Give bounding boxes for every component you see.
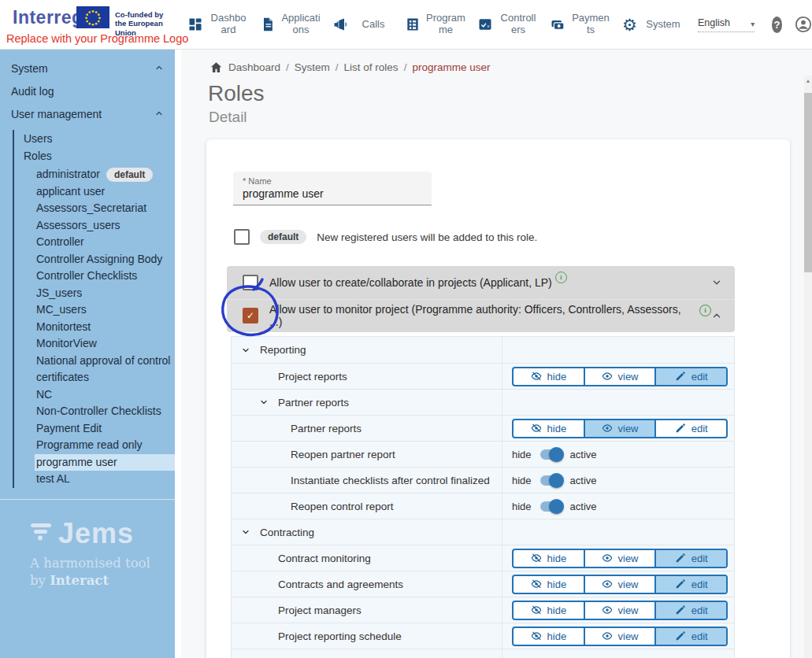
- active-toggle[interactable]: [540, 501, 562, 512]
- permission-label: Contracts and agreements: [278, 579, 403, 590]
- sidebar-item-audit-log[interactable]: Audit log: [0, 75, 175, 98]
- scroll-up-arrow[interactable]: ▲: [804, 76, 812, 87]
- breadcrumb-dashboard[interactable]: Dashboard: [228, 61, 280, 73]
- vertical-scrollbar[interactable]: ▲: [804, 76, 812, 658]
- permission-control-cell: hide active: [502, 442, 734, 467]
- permission-group-row[interactable]: Contracting: [232, 519, 734, 545]
- nav-system[interactable]: ⚙ System: [616, 13, 688, 36]
- edit-button[interactable]: edit: [654, 368, 726, 385]
- view-label: view: [618, 604, 639, 616]
- permission-row: Reopen partner report hide active: [232, 441, 734, 467]
- monitor-project-checkbox[interactable]: ✓: [243, 308, 258, 323]
- active-toggle[interactable]: [540, 475, 562, 486]
- sidebar-role-item[interactable]: Controller: [35, 234, 175, 251]
- view-label: view: [618, 579, 639, 590]
- sidebar-role-item[interactable]: Assessors_users: [35, 217, 175, 235]
- hide-button[interactable]: hide: [514, 420, 584, 437]
- account-button[interactable]: [795, 16, 812, 33]
- edit-label: edit: [691, 423, 708, 434]
- toggle-on-label: active: [570, 449, 597, 460]
- help-button[interactable]: ?: [772, 17, 782, 33]
- edit-label: edit: [691, 371, 708, 383]
- sidebar-role-item[interactable]: Controller Checklists: [35, 268, 175, 285]
- sidebar-role-item[interactable]: Programme read only: [35, 437, 175, 454]
- nav-controllers[interactable]: x Controllers: [471, 9, 543, 39]
- breadcrumb-list-of-roles[interactable]: List of roles: [344, 61, 399, 73]
- view-button[interactable]: view: [584, 628, 655, 645]
- role-label: Non-Controller Checklists: [36, 405, 161, 417]
- pencil-icon: [675, 553, 686, 564]
- user-icon: [795, 16, 812, 33]
- view-button[interactable]: view: [584, 420, 655, 437]
- toggle-thumb: [549, 447, 564, 462]
- nav-payments[interactable]: Payments: [543, 9, 616, 39]
- permission-group-row[interactable]: Partner reports: [232, 389, 734, 415]
- nav-applications[interactable]: Applications: [254, 9, 326, 39]
- sidebar-role-item[interactable]: MC_users: [35, 301, 175, 319]
- edit-button[interactable]: edit: [654, 602, 726, 619]
- sidebar-role-item[interactable]: National approval of control certificate…: [35, 353, 175, 386]
- panel-monitor-project[interactable]: ✓ Allow user to monitor project (Program…: [227, 299, 735, 332]
- role-label: Assessors_Secretariat: [36, 201, 146, 214]
- edit-button[interactable]: edit: [654, 628, 726, 645]
- sidebar-item-user-management[interactable]: User management: [0, 98, 175, 120]
- permission-control-cell: hide view edit: [502, 571, 734, 597]
- language-select[interactable]: English ▾: [698, 17, 755, 32]
- sidebar-role-item[interactable]: applicant user: [35, 183, 175, 201]
- breadcrumb-system[interactable]: System: [295, 61, 330, 73]
- name-input[interactable]: [243, 186, 422, 200]
- edit-button[interactable]: edit: [654, 550, 726, 567]
- sidebar-role-item[interactable]: MonitorView: [35, 335, 175, 353]
- view-button[interactable]: view: [584, 550, 655, 567]
- programme-icon: [404, 17, 421, 33]
- sidebar-role-item[interactable]: Assessors_Secretariat: [35, 200, 175, 217]
- sidebar-role-item[interactable]: JS_users: [35, 285, 175, 302]
- permission-group-row[interactable]: Reporting: [232, 337, 734, 363]
- permission-row: Contracts and agreements hide view edit: [232, 571, 734, 597]
- hide-button[interactable]: hide: [514, 602, 584, 619]
- permission-label: Contract monitoring: [278, 553, 371, 564]
- hide-button[interactable]: hide: [514, 368, 584, 385]
- edit-label: edit: [691, 630, 708, 642]
- edit-button[interactable]: edit: [654, 576, 726, 593]
- sidebar-item-users[interactable]: Users: [24, 130, 175, 147]
- applications-icon: [259, 17, 276, 33]
- view-button[interactable]: view: [584, 368, 655, 385]
- sidebar-role-item[interactable]: NC: [35, 386, 175, 404]
- name-field[interactable]: * Name: [233, 172, 432, 205]
- sidebar-role-item[interactable]: Non-Controller Checklists: [35, 403, 175, 420]
- hide-button[interactable]: hide: [514, 628, 584, 645]
- permission-label-cell: Contract monitoring: [232, 545, 502, 571]
- edit-button[interactable]: edit: [654, 420, 726, 437]
- role-label: MC_users: [36, 303, 87, 316]
- panel-create-collaborate[interactable]: Allow user to create/collaborate in proj…: [227, 266, 735, 299]
- permission-row: Reopen control report hide active: [232, 493, 734, 519]
- role-label: applicant user: [36, 185, 105, 198]
- view-button[interactable]: view: [584, 576, 655, 593]
- nav-calls[interactable]: Calls: [326, 13, 399, 36]
- nav-dashboard[interactable]: Dashboard: [181, 9, 254, 39]
- hide-button[interactable]: hide: [514, 576, 584, 593]
- payments-icon: [549, 17, 565, 33]
- sidebar-role-item[interactable]: programme user: [35, 454, 175, 471]
- hide-button[interactable]: hide: [514, 550, 584, 567]
- hide-label: hide: [547, 423, 567, 434]
- chevron-down-icon: [241, 346, 250, 355]
- scrollbar-thumb[interactable]: [804, 93, 812, 272]
- sidebar-role-item[interactable]: Controller Assigning Body: [35, 251, 175, 268]
- sidebar-role-item[interactable]: Payment Edit: [35, 420, 175, 438]
- default-role-checkbox[interactable]: [234, 229, 250, 245]
- page-title: Roles: [208, 81, 812, 106]
- sidebar-role-item[interactable]: test AL: [35, 471, 175, 488]
- home-icon[interactable]: [209, 61, 223, 74]
- sidebar-item-roles[interactable]: Roles: [24, 147, 175, 164]
- view-button[interactable]: view: [584, 602, 655, 619]
- permission-group-row[interactable]: Partner details: [232, 649, 734, 658]
- sidebar-role-item[interactable]: Monitortest: [35, 319, 175, 336]
- nav-programme[interactable]: Programme: [399, 9, 471, 39]
- sidebar-role-item[interactable]: administratordefault: [35, 166, 175, 183]
- active-toggle[interactable]: [540, 449, 562, 460]
- create-collaborate-checkbox[interactable]: [243, 275, 258, 290]
- sidebar-section-system[interactable]: System: [0, 49, 175, 75]
- permission-panels: Allow user to create/collaborate in proj…: [227, 266, 735, 332]
